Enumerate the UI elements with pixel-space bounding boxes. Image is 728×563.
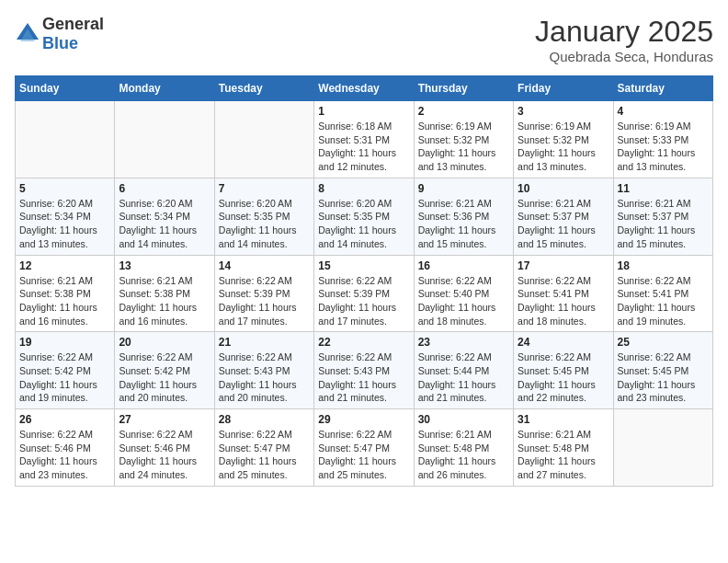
col-header-wednesday: Wednesday (314, 76, 414, 101)
day-info: Sunrise: 6:22 AMSunset: 5:47 PMDaylight:… (318, 428, 409, 482)
day-number: 31 (518, 413, 609, 426)
day-number: 5 (19, 182, 110, 195)
logo-icon (15, 21, 40, 47)
day-info: Sunrise: 6:22 AMSunset: 5:42 PMDaylight:… (119, 350, 210, 405)
day-info: Sunrise: 6:22 AMSunset: 5:44 PMDaylight:… (418, 350, 509, 405)
col-header-thursday: Thursday (414, 76, 513, 101)
calendar-cell: 29Sunrise: 6:22 AMSunset: 5:47 PMDayligh… (314, 409, 414, 487)
day-info: Sunrise: 6:22 AMSunset: 5:41 PMDaylight:… (518, 274, 609, 328)
day-number: 28 (219, 413, 310, 426)
calendar-cell: 21Sunrise: 6:22 AMSunset: 5:43 PMDayligh… (214, 332, 313, 409)
calendar-cell: 30Sunrise: 6:21 AMSunset: 5:48 PMDayligh… (414, 409, 513, 487)
day-number: 24 (518, 336, 609, 349)
calendar-cell: 15Sunrise: 6:22 AMSunset: 5:39 PMDayligh… (314, 255, 414, 332)
day-number: 2 (418, 105, 509, 118)
day-number: 14 (219, 259, 310, 272)
day-number: 9 (418, 182, 509, 195)
day-info: Sunrise: 6:21 AMSunset: 5:38 PMDaylight:… (119, 274, 210, 328)
calendar-cell: 2Sunrise: 6:19 AMSunset: 5:32 PMDaylight… (414, 101, 513, 178)
day-info: Sunrise: 6:19 AMSunset: 5:32 PMDaylight:… (518, 120, 609, 174)
calendar-cell: 9Sunrise: 6:21 AMSunset: 5:36 PMDaylight… (414, 178, 513, 255)
day-number: 13 (119, 259, 210, 272)
day-info: Sunrise: 6:22 AMSunset: 5:39 PMDaylight:… (318, 274, 409, 328)
day-number: 18 (618, 259, 709, 272)
day-number: 19 (19, 336, 110, 349)
calendar-cell: 17Sunrise: 6:22 AMSunset: 5:41 PMDayligh… (514, 255, 613, 332)
day-number: 29 (318, 413, 409, 426)
calendar-cell: 8Sunrise: 6:20 AMSunset: 5:35 PMDaylight… (314, 178, 414, 255)
day-info: Sunrise: 6:22 AMSunset: 5:45 PMDaylight:… (618, 350, 709, 405)
day-number: 11 (618, 182, 709, 195)
day-number: 16 (418, 259, 509, 272)
logo: General Blue (15, 15, 104, 53)
day-info: Sunrise: 6:20 AMSunset: 5:34 PMDaylight:… (19, 197, 110, 251)
day-number: 21 (219, 336, 310, 349)
day-number: 8 (318, 182, 409, 195)
calendar-cell: 11Sunrise: 6:21 AMSunset: 5:37 PMDayligh… (613, 178, 712, 255)
calendar-cell: 7Sunrise: 6:20 AMSunset: 5:35 PMDaylight… (214, 178, 313, 255)
day-number: 23 (418, 336, 509, 349)
calendar-cell: 6Sunrise: 6:20 AMSunset: 5:34 PMDaylight… (115, 178, 214, 255)
day-info: Sunrise: 6:18 AMSunset: 5:31 PMDaylight:… (318, 120, 409, 174)
logo-blue: Blue (42, 34, 78, 52)
day-number: 12 (19, 259, 110, 272)
calendar-table: SundayMondayTuesdayWednesdayThursdayFrid… (15, 75, 713, 487)
calendar-cell: 5Sunrise: 6:20 AMSunset: 5:34 PMDaylight… (16, 178, 115, 255)
logo-general: General (42, 15, 104, 33)
calendar-cell: 4Sunrise: 6:19 AMSunset: 5:33 PMDaylight… (613, 101, 712, 178)
day-number: 26 (19, 413, 110, 426)
calendar-cell: 27Sunrise: 6:22 AMSunset: 5:46 PMDayligh… (115, 409, 214, 487)
day-info: Sunrise: 6:20 AMSunset: 5:34 PMDaylight:… (119, 197, 210, 251)
calendar-cell: 16Sunrise: 6:22 AMSunset: 5:40 PMDayligh… (414, 255, 513, 332)
day-info: Sunrise: 6:21 AMSunset: 5:48 PMDaylight:… (518, 428, 609, 482)
day-number: 20 (119, 336, 210, 349)
day-number: 27 (119, 413, 210, 426)
day-number: 30 (418, 413, 509, 426)
day-info: Sunrise: 6:21 AMSunset: 5:37 PMDaylight:… (618, 197, 709, 251)
col-header-monday: Monday (115, 76, 214, 101)
calendar-cell: 31Sunrise: 6:21 AMSunset: 5:48 PMDayligh… (514, 409, 613, 487)
calendar-cell (613, 409, 712, 487)
calendar-cell: 26Sunrise: 6:22 AMSunset: 5:46 PMDayligh… (16, 409, 115, 487)
day-info: Sunrise: 6:21 AMSunset: 5:48 PMDaylight:… (418, 428, 509, 482)
day-number: 10 (518, 182, 609, 195)
month-title: January 2025 (535, 15, 713, 49)
day-number: 1 (318, 105, 409, 118)
col-header-tuesday: Tuesday (214, 76, 313, 101)
calendar-cell: 3Sunrise: 6:19 AMSunset: 5:32 PMDaylight… (514, 101, 613, 178)
page-header: General Blue January 2025 Quebrada Seca,… (15, 15, 713, 64)
day-info: Sunrise: 6:22 AMSunset: 5:46 PMDaylight:… (119, 428, 210, 482)
day-info: Sunrise: 6:22 AMSunset: 5:40 PMDaylight:… (418, 274, 509, 328)
calendar-cell: 1Sunrise: 6:18 AMSunset: 5:31 PMDaylight… (314, 101, 414, 178)
calendar-cell: 22Sunrise: 6:22 AMSunset: 5:43 PMDayligh… (314, 332, 414, 409)
calendar-cell (214, 101, 313, 178)
day-info: Sunrise: 6:22 AMSunset: 5:41 PMDaylight:… (618, 274, 709, 328)
title-block: January 2025 Quebrada Seca, Honduras (535, 15, 713, 64)
calendar-cell: 12Sunrise: 6:21 AMSunset: 5:38 PMDayligh… (16, 255, 115, 332)
day-number: 7 (219, 182, 310, 195)
day-number: 17 (518, 259, 609, 272)
day-info: Sunrise: 6:19 AMSunset: 5:33 PMDaylight:… (618, 120, 709, 174)
calendar-cell: 13Sunrise: 6:21 AMSunset: 5:38 PMDayligh… (115, 255, 214, 332)
day-number: 3 (518, 105, 609, 118)
day-info: Sunrise: 6:19 AMSunset: 5:32 PMDaylight:… (418, 120, 509, 174)
calendar-cell (115, 101, 214, 178)
calendar-cell: 19Sunrise: 6:22 AMSunset: 5:42 PMDayligh… (16, 332, 115, 409)
day-number: 6 (119, 182, 210, 195)
subtitle: Quebrada Seca, Honduras (535, 49, 713, 64)
calendar-cell: 20Sunrise: 6:22 AMSunset: 5:42 PMDayligh… (115, 332, 214, 409)
calendar-cell (16, 101, 115, 178)
day-info: Sunrise: 6:22 AMSunset: 5:45 PMDaylight:… (518, 350, 609, 405)
calendar-cell: 18Sunrise: 6:22 AMSunset: 5:41 PMDayligh… (613, 255, 712, 332)
calendar-cell: 14Sunrise: 6:22 AMSunset: 5:39 PMDayligh… (214, 255, 313, 332)
day-info: Sunrise: 6:20 AMSunset: 5:35 PMDaylight:… (219, 197, 310, 251)
day-info: Sunrise: 6:22 AMSunset: 5:47 PMDaylight:… (219, 428, 310, 482)
day-number: 25 (618, 336, 709, 349)
day-info: Sunrise: 6:22 AMSunset: 5:43 PMDaylight:… (318, 350, 409, 405)
calendar-cell: 25Sunrise: 6:22 AMSunset: 5:45 PMDayligh… (613, 332, 712, 409)
day-info: Sunrise: 6:21 AMSunset: 5:38 PMDaylight:… (19, 274, 110, 328)
day-info: Sunrise: 6:22 AMSunset: 5:43 PMDaylight:… (219, 350, 310, 405)
day-info: Sunrise: 6:21 AMSunset: 5:36 PMDaylight:… (418, 197, 509, 251)
day-info: Sunrise: 6:20 AMSunset: 5:35 PMDaylight:… (318, 197, 409, 251)
calendar-cell: 28Sunrise: 6:22 AMSunset: 5:47 PMDayligh… (214, 409, 313, 487)
